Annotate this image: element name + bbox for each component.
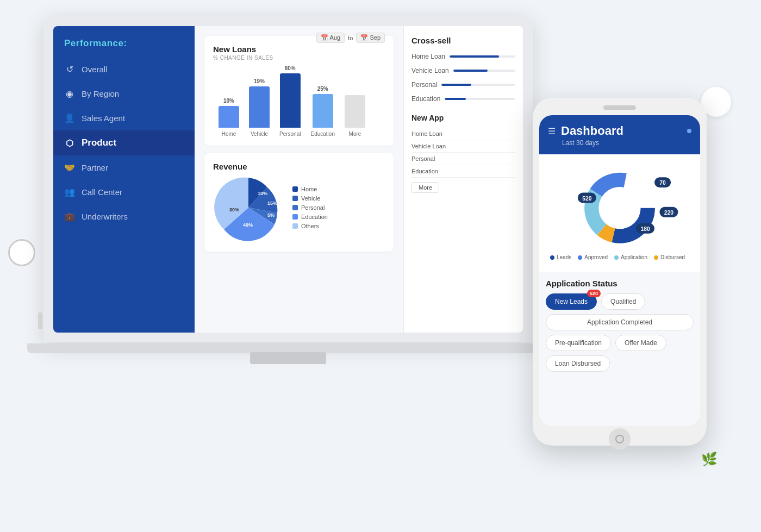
crosssell-personal: Personal xyxy=(411,81,515,89)
legend-approved-dot xyxy=(578,255,582,260)
legend-personal: Personal xyxy=(292,204,328,211)
crosssell-personal-track xyxy=(441,84,515,86)
crosssell-home-track xyxy=(450,55,515,58)
qualified-label: Qualified xyxy=(610,298,636,305)
content-row: New Loans % CHANGE IN SALES 📅 Aug to 📅 S… xyxy=(195,26,523,333)
new-app-education: Education xyxy=(411,165,515,178)
crosssell-home-fill xyxy=(450,55,499,58)
phone-notch xyxy=(603,105,636,110)
app-status-title: Application Status xyxy=(546,279,694,288)
bar-vehicle-rect xyxy=(249,86,270,128)
crosssell-home-label: Home Loan xyxy=(411,53,445,60)
sidebar-label-partner: Partner xyxy=(82,163,108,172)
home-btn-circle xyxy=(615,435,624,443)
bar-home-rect xyxy=(219,106,239,128)
status-btn-loan-disbursed[interactable]: Loan Disbursed xyxy=(546,355,610,372)
sidebar-item-overall[interactable]: ↺ Overall xyxy=(53,57,195,82)
phone-screen: ☰ Dashboard Last 30 days xyxy=(539,115,700,426)
hamburger-icon[interactable]: ☰ xyxy=(548,126,556,136)
bar-more: More xyxy=(345,95,365,137)
deco-circle-left xyxy=(8,239,35,266)
status-buttons: New Leads 520 Qualified Application Comp… xyxy=(546,293,694,372)
status-btn-new-leads[interactable]: New Leads 520 xyxy=(546,293,597,310)
new-app-section: New App Home Loan Vehicle Loan Personal … xyxy=(411,114,515,193)
legend-home: Home xyxy=(292,186,328,192)
phone-header: ☰ Dashboard Last 30 days xyxy=(539,115,700,154)
pie-home-label: 10% xyxy=(258,191,267,196)
left-panel: New Loans % CHANGE IN SALES 📅 Aug to 📅 S… xyxy=(195,26,403,333)
bar-vehicle-label: Vehicle xyxy=(251,131,268,137)
legend-approved-label: Approved xyxy=(584,254,608,260)
legend-leads-dot xyxy=(550,255,554,260)
sidebar-label-overall: Overall xyxy=(82,65,108,74)
region-icon: ◉ xyxy=(64,89,75,99)
date-range: 📅 Aug to 📅 Sep xyxy=(316,33,385,43)
legend-others-label: Others xyxy=(301,223,319,229)
partner-icon: 🤝 xyxy=(64,162,75,173)
callout-520: 520 xyxy=(582,196,592,202)
legend-application: Application xyxy=(614,254,647,260)
phone-dot xyxy=(687,129,691,133)
legend-education: Education xyxy=(292,214,328,220)
date-from: 📅 Aug xyxy=(316,33,345,43)
pie-legend: Home Vehicle Personal xyxy=(292,186,328,229)
status-btn-qualified[interactable]: Qualified xyxy=(601,293,645,310)
legend-application-dot xyxy=(614,255,619,260)
phone-title: Dashboard xyxy=(561,124,623,138)
bar-more-label: More xyxy=(349,131,361,137)
bar-personal-pct: 60% xyxy=(285,65,296,71)
product-icon: ⬡ xyxy=(64,138,75,148)
crosssell-vehicle: Vehicle Loan xyxy=(411,67,515,74)
sidebar-item-product[interactable]: ⬡ Product xyxy=(53,130,195,155)
bar-education: 25% Education xyxy=(310,86,334,137)
sidebar: Performance: ↺ Overall ◉ By Region 👤 Sal… xyxy=(53,26,195,333)
crosssell-education-fill xyxy=(445,98,466,100)
sidebar-item-partner[interactable]: 🤝 Partner xyxy=(53,155,195,180)
callout-220: 220 xyxy=(664,210,674,216)
bar-chart: 10% Home 19% Vehicle xyxy=(213,72,385,137)
bar-home-label: Home xyxy=(222,131,236,137)
status-btn-prequalification[interactable]: Pre-qualification xyxy=(546,335,611,351)
sidebar-label-underwriters: Underwriters xyxy=(82,212,128,221)
revenue-title: Revenue xyxy=(213,162,385,171)
pie-personal-label: 5% xyxy=(267,212,275,218)
legend-home-dot xyxy=(292,186,298,192)
laptop-outer: Performance: ↺ Overall ◉ By Region 👤 Sal… xyxy=(43,16,533,342)
bar-home-pct: 10% xyxy=(223,98,234,104)
bar-education-rect xyxy=(313,94,333,128)
legend-vehicle-label: Vehicle xyxy=(301,195,320,202)
new-app-personal: Personal xyxy=(411,153,515,165)
app-completed-label: Application Completed xyxy=(587,318,652,326)
crosssell-education-label: Education xyxy=(411,95,440,103)
sidebar-item-sales-agent[interactable]: 👤 Sales Agent xyxy=(53,106,195,130)
status-btn-app-completed[interactable]: Application Completed xyxy=(546,314,694,330)
underwriters-icon: 💼 xyxy=(64,211,75,222)
sidebar-item-underwriters[interactable]: 💼 Underwriters xyxy=(53,204,195,229)
donut-legend: Leads Approved Application Disbursed xyxy=(545,251,695,265)
crosssell-personal-label: Personal xyxy=(411,81,437,89)
callout-70: 70 xyxy=(659,180,666,186)
new-app-title: New App xyxy=(411,114,515,122)
sidebar-item-by-region[interactable]: ◉ By Region xyxy=(53,82,195,106)
main-content: New Loans % CHANGE IN SALES 📅 Aug to 📅 S… xyxy=(195,26,523,333)
bar-home: 10% Home xyxy=(219,98,239,137)
loan-disbursed-label: Loan Disbursed xyxy=(555,360,601,367)
sidebar-label-by-region: By Region xyxy=(82,89,119,98)
new-leads-badge: 520 xyxy=(587,290,601,297)
legend-vehicle: Vehicle xyxy=(292,195,328,202)
sidebar-label-call-center: Call Center xyxy=(82,187,122,197)
crosssell-vehicle-fill xyxy=(453,70,488,72)
laptop-screen: Performance: ↺ Overall ◉ By Region 👤 Sal… xyxy=(53,26,523,333)
legend-education-dot xyxy=(292,214,298,220)
pie-others-label: 30% xyxy=(229,207,239,212)
new-loans-title: New Loans xyxy=(213,45,273,54)
legend-disbursed: Disbursed xyxy=(654,254,685,260)
phone-home-button[interactable] xyxy=(609,428,631,450)
pie-chart: 10% 15% 5% 40% 30% xyxy=(213,172,284,243)
legend-application-label: Application xyxy=(621,254,647,260)
more-button[interactable]: More xyxy=(411,182,439,193)
status-btn-offer-made[interactable]: Offer Made xyxy=(615,335,666,351)
sidebar-item-call-center[interactable]: 👥 Call Center xyxy=(53,180,195,204)
bar-personal-label: Personal xyxy=(279,131,301,137)
new-loans-card: New Loans % CHANGE IN SALES 📅 Aug to 📅 S… xyxy=(204,36,394,146)
